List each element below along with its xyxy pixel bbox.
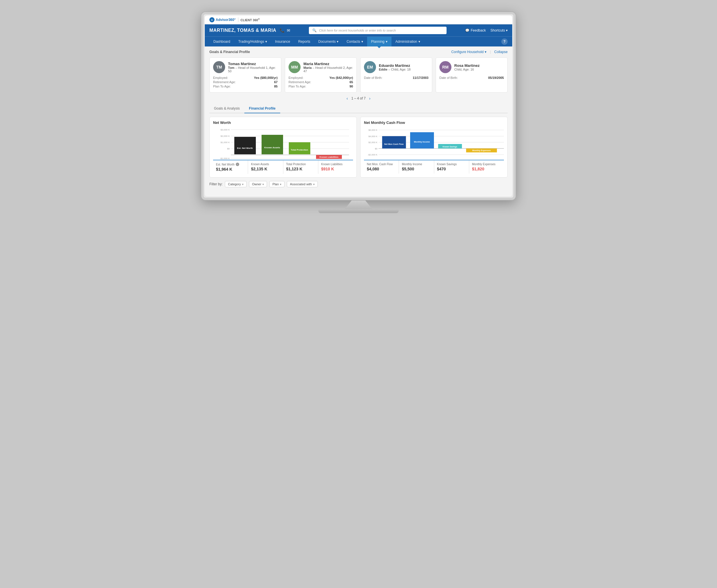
svg-text:Known Liabilities: Known Liabilities [319,156,338,158]
charts-row: Net Worth [209,117,508,177]
svg-rect-11 [234,137,256,154]
header: MARTINEZ, TOMAS & MARIA 📞 ✉ 🔍 Click here… [205,24,512,37]
detail-row: Employed: Yes ($42,000/yr) [289,76,353,80]
total-protection-value: $1,123 K [286,167,315,171]
nav-planning[interactable]: Planning ▾ [367,37,392,46]
info-icon: i [236,163,239,166]
next-page-button[interactable]: › [369,96,371,101]
person-name-eduardo: Eduardo Martinez [379,63,411,68]
summary-known-assets: Known Assets $2,135 K [248,160,283,174]
feedback-label: Feedback [471,28,486,33]
nav-administration[interactable]: Administration ▾ [392,37,424,46]
search-box[interactable]: 🔍 Click here for recent households or en… [309,27,446,34]
associated-with-filter[interactable]: Associated with ▾ [287,181,317,187]
person-role-eduardo: Eddie – Child, Age: 18 [379,68,411,71]
person-info-eduardo: Eduardo Martinez Eddie – Child, Age: 18 [379,63,411,71]
phone-icon[interactable]: 📞 [280,28,284,33]
filter-label: Filter by: [209,182,223,186]
tab-goals-analysis[interactable]: Goals & Analysis [209,104,244,113]
detail-row: Retirement Age: 65 [289,80,353,84]
brand-divider [238,18,238,22]
plan-filter[interactable]: Plan ▾ [269,181,284,187]
chevron-down-icon: ▾ [280,183,281,186]
breadcrumb: Goals & Financial Profile [209,50,250,54]
svg-text:$6,000 K: $6,000 K [368,129,378,131]
svg-text:Known Savings: Known Savings [443,146,457,148]
help-button[interactable]: ? [501,38,508,45]
summary-monthly-income: Monthly Income $5,500 [399,160,434,173]
chevron-down-icon: ▾ [262,183,264,186]
feedback-icon: 💬 [465,28,469,33]
svg-text:Monthly Expenses: Monthly Expenses [472,149,491,152]
svg-text:$0: $0 [375,147,377,150]
avatar-maria: MM [289,61,300,73]
svg-rect-13 [261,135,283,154]
chevron-down-icon: ▾ [418,40,420,44]
nav-dashboard[interactable]: Dashboard [209,37,234,46]
person-name-maria: Maria Martinez [303,62,353,66]
monthly-expenses-value: $1,820 [472,167,501,171]
svg-rect-15 [289,142,310,154]
person-header-maria: MM Maria Martinez Maria – Head of Househ… [289,61,353,73]
summary-known-liabilities: Known Liabilities $910 K [318,160,353,174]
nav-trading[interactable]: Trading/Holdings ▾ [234,37,271,46]
monitor-stand [318,201,399,213]
client-name: MARTINEZ, TOMAS & MARIA [209,28,276,33]
chevron-down-icon: ▾ [242,183,244,186]
svg-text:-$1,000 K: -$1,000 K [220,157,230,160]
owner-filter[interactable]: Owner ▾ [249,181,267,187]
configure-household-button[interactable]: Configure Household ▾ [451,50,486,54]
feedback-button[interactable]: 💬 Feedback [465,28,486,33]
person-cards: TM Tomas Martinez Tom – Head of Househol… [209,57,508,93]
breadcrumb-actions: Configure Household ▾ | Collapse [451,50,508,54]
financial-profile-tabs: Goals & Analysis Financial Profile [209,104,508,113]
svg-text:Est. Net Worth: Est. Net Worth [237,147,253,149]
search-placeholder: Click here for recent households or ente… [319,29,396,32]
nav-documents[interactable]: Documents ▾ [314,37,343,46]
net-cash-flow-value: $4,080 [367,167,396,171]
collapse-button[interactable]: Collapse [494,50,508,54]
person-details-maria: Employed: Yes ($42,000/yr) Retirement Ag… [289,76,353,88]
avatar-rosa: RM [439,61,451,73]
cash-flow-title: Net Monthly Cash Flow [364,121,504,125]
person-role-maria: Maria – Head of Household 2, Age: 47 [303,66,353,73]
summary-monthly-expenses: Monthly Expenses $1,820 [469,160,504,173]
nav-reports[interactable]: Reports [294,37,314,46]
brand-bar: A Advisor360° CLIENT 360® [205,16,512,24]
category-filter[interactable]: Category ▾ [225,181,247,187]
cash-flow-chart: $6,000 K $4,000 K $2,000 K $0 -$2,000 K … [364,128,504,160]
email-icon[interactable]: ✉ [287,28,290,33]
person-details-eduardo: Date of Birth: 11/17/2003 [364,76,428,80]
svg-text:Total Protection: Total Protection [291,149,308,151]
net-worth-card: Net Worth [209,117,357,177]
shortcuts-label: Shortcuts ▾ [490,28,508,33]
summary-total-protection: Total Protection $1,123 K [283,160,318,174]
header-left: MARTINEZ, TOMAS & MARIA 📞 ✉ [209,28,290,33]
svg-text:Known Assets: Known Assets [265,146,280,149]
configure-label: Configure Household [451,50,484,54]
advisor360-label: Advisor360° [216,18,236,22]
detail-row: Retirement Age: 67 [213,80,278,84]
header-icons: 📞 ✉ [280,28,290,33]
advisor360-logo: A Advisor360° [209,17,236,22]
person-name-tomas: Tomas Martinez [228,62,278,66]
nav-insurance[interactable]: Insurance [271,37,294,46]
breadcrumb-bar: Goals & Financial Profile Configure Hous… [209,50,508,54]
person-role-tomas: Tom – Head of Household 1, Age: 50 [228,66,278,73]
nav-contacts[interactable]: Contacts ▾ [342,37,367,46]
shortcuts-button[interactable]: Shortcuts ▾ [490,28,508,33]
person-header-tomas: TM Tomas Martinez Tom – Head of Househol… [213,61,278,73]
tab-financial-profile[interactable]: Financial Profile [244,104,280,113]
avatar-tomas: TM [213,61,225,73]
monthly-income-value: $5,500 [402,167,431,171]
cash-flow-summary: Net Mon. Cash Flow $4,080 Monthly Income… [364,160,504,173]
detail-row: Plan To Age: 85 [213,85,278,88]
svg-text:$0: $0 [227,147,230,150]
cash-flow-card: Net Monthly Cash Flow $6,000 K [360,117,508,177]
avatar-eduardo: EM [364,61,376,73]
main-content: Goals & Financial Profile Configure Hous… [205,46,512,196]
summary-net-cash-flow: Net Mon. Cash Flow $4,080 [364,160,399,173]
person-role-rosa: Child, Age: 16 [454,68,480,71]
prev-page-button[interactable]: ‹ [346,96,348,101]
person-card-rosa: RM Rosa Martinez Child, Age: 16 Date of … [436,57,508,93]
